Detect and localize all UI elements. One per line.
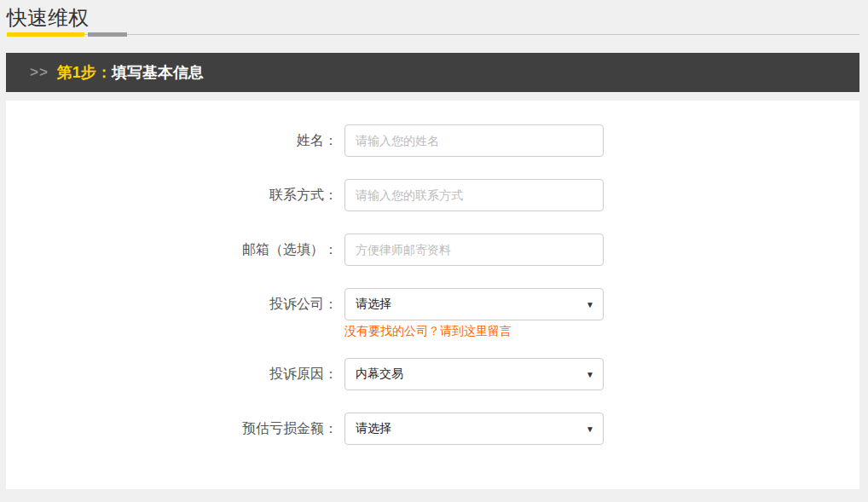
email-label: 邮箱（选填）： xyxy=(6,234,338,266)
chevron-down-icon: ▼ xyxy=(586,300,594,309)
chevron-down-icon: ▼ xyxy=(586,370,594,379)
name-input[interactable] xyxy=(344,124,604,157)
company-select[interactable]: 请选择 ▼ xyxy=(344,288,604,320)
chevron-down-icon: ▼ xyxy=(586,424,594,434)
company-select-value: 请选择 xyxy=(356,297,391,312)
step-number: 第1步 xyxy=(57,62,96,83)
masthead: 快速维权 xyxy=(0,0,868,37)
company-label: 投诉公司： xyxy=(6,288,338,320)
step-separator: ： xyxy=(96,62,112,83)
reason-select[interactable]: 内幕交易 ▼ xyxy=(344,358,604,390)
contact-input[interactable] xyxy=(344,179,604,211)
step-title: 填写基本信息 xyxy=(112,62,204,83)
form-row-email: 邮箱（选填）： xyxy=(6,234,859,266)
page: 快速维权 >> 第1步 ： 填写基本信息 姓名： 联系方式： 邮箱（选填）： 投… xyxy=(0,0,868,502)
title-underline-accent xyxy=(7,32,84,37)
title-underline xyxy=(7,32,859,37)
form-row-reason: 投诉原因： 内幕交易 ▼ xyxy=(6,358,859,390)
page-title: 快速维权 xyxy=(7,5,859,31)
form-row-contact: 联系方式： xyxy=(6,179,859,211)
step-bar: >> 第1步 ： 填写基本信息 xyxy=(6,53,859,92)
name-label: 姓名： xyxy=(6,124,338,157)
loss-amount-select[interactable]: 请选择 ▼ xyxy=(344,413,604,445)
form-row-name: 姓名： xyxy=(6,124,859,157)
company-helper-row: 没有要找的公司？请到这里留言 xyxy=(6,322,859,339)
title-underline-secondary xyxy=(88,32,127,37)
contact-label: 联系方式： xyxy=(6,179,338,211)
loss-amount-label: 预估亏损金额： xyxy=(6,413,338,445)
reason-select-value: 内幕交易 xyxy=(356,366,403,382)
form-panel: 姓名： 联系方式： 邮箱（选填）： 投诉公司： 请选择 ▼ 没有要找的公司？请到… xyxy=(6,101,859,489)
reason-label: 投诉原因： xyxy=(6,358,338,390)
company-helper-link[interactable]: 没有要找的公司？请到这里留言 xyxy=(344,324,512,338)
title-underline-line xyxy=(7,34,859,35)
double-chevron-icon: >> xyxy=(30,64,49,81)
email-input[interactable] xyxy=(344,234,604,266)
form-row-loss-amount: 预估亏损金额： 请选择 ▼ xyxy=(6,413,859,445)
form-row-company: 投诉公司： 请选择 ▼ xyxy=(6,288,859,320)
loss-amount-select-value: 请选择 xyxy=(356,421,391,436)
